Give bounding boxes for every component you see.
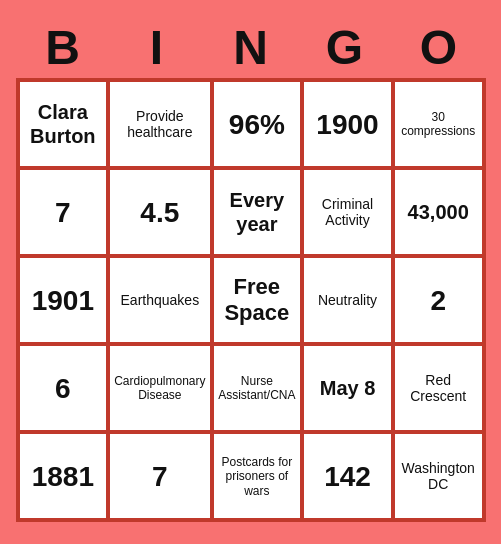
cell-1: Provide healthcare [108,80,211,168]
bingo-header: B I N G O [16,22,486,75]
cell-22: Postcards for prisoners of wars [212,432,303,520]
cell-19: Red Crescent [393,344,484,432]
cell-10: 1901 [18,256,109,344]
cell-6: 4.5 [108,168,211,256]
letter-b: B [16,22,110,75]
bingo-grid: Clara Burton Provide healthcare 96% 1900… [16,78,486,522]
cell-24: Washington DC [393,432,484,520]
cell-8: Criminal Activity [302,168,393,256]
cell-11: Earthquakes [108,256,211,344]
cell-17: Nurse Assistant/CNA [212,344,303,432]
letter-n: N [204,22,298,75]
bingo-card: B I N G O Clara Burton Provide healthcar… [6,12,496,533]
cell-2: 96% [212,80,303,168]
cell-16: Cardiopulmonary Disease [108,344,211,432]
cell-3: 1900 [302,80,393,168]
cell-5: 7 [18,168,109,256]
letter-i: I [110,22,204,75]
cell-0: Clara Burton [18,80,109,168]
cell-9: 43,000 [393,168,484,256]
cell-4: 30 compressions [393,80,484,168]
letter-g: G [298,22,392,75]
cell-15: 6 [18,344,109,432]
cell-13: Neutrality [302,256,393,344]
cell-7: Every year [212,168,303,256]
cell-20: 1881 [18,432,109,520]
cell-18: May 8 [302,344,393,432]
cell-14: 2 [393,256,484,344]
cell-23: 142 [302,432,393,520]
cell-21: 7 [108,432,211,520]
letter-o: O [392,22,486,75]
cell-12-free: Free Space [212,256,303,344]
